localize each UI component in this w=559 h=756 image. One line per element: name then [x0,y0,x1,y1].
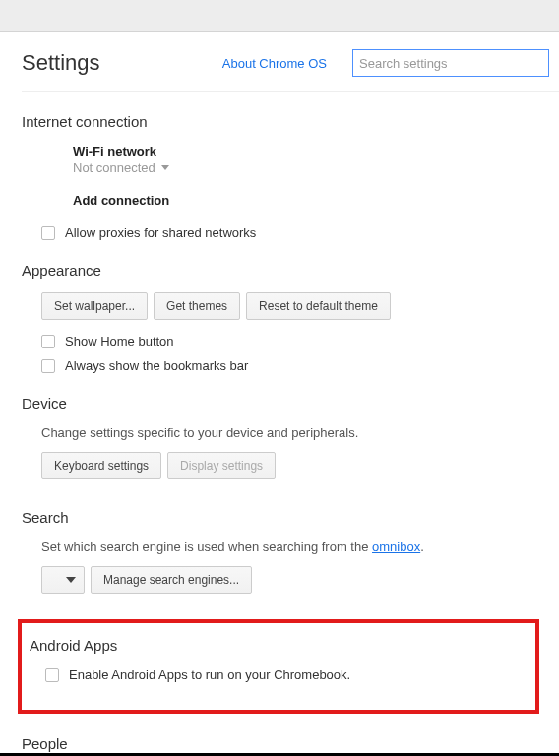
show-home-checkbox[interactable] [41,335,55,348]
section-title-appearance: Appearance [22,262,559,279]
allow-proxies-checkbox[interactable] [41,226,55,240]
always-bookmarks-row[interactable]: Always show the bookmarks bar [41,358,559,373]
set-wallpaper-button[interactable]: Set wallpaper... [41,292,148,320]
settings-page: Settings About Chrome OS Internet connec… [0,32,559,756]
section-title-people: People [22,735,559,752]
section-title-internet: Internet connection [22,113,559,130]
wifi-network-item[interactable]: Wi-Fi network Not connected [41,144,559,175]
show-home-label: Show Home button [65,334,174,348]
wifi-status: Not connected [73,160,155,175]
section-title-device: Device [22,395,559,411]
wifi-status-row: Not connected [73,160,559,175]
search-input[interactable] [352,49,549,77]
section-title-search: Search [22,509,559,526]
enable-android-row[interactable]: Enable Android Apps to run on your Chrom… [45,667,522,682]
always-bookmarks-label: Always show the bookmarks bar [65,358,248,373]
search-desc-prefix: Set which search engine is used when sea… [41,539,372,554]
section-internet: Internet connection Wi-Fi network Not co… [22,113,559,240]
search-engine-dropdown[interactable] [41,566,85,594]
add-connection-label: Add connection [73,193,559,208]
allow-proxies-row[interactable]: Allow proxies for shared networks [41,225,559,240]
section-title-android: Android Apps [30,637,522,654]
caret-down-icon [66,577,76,583]
about-chrome-os-link[interactable]: About Chrome OS [222,56,327,71]
always-bookmarks-checkbox[interactable] [41,359,55,373]
device-description: Change settings specific to your device … [41,425,559,440]
omnibox-link[interactable]: omnibox [372,539,420,554]
enable-android-label: Enable Android Apps to run on your Chrom… [69,667,350,682]
section-device: Device Change settings specific to your … [22,395,559,487]
section-appearance: Appearance Set wallpaper... Get themes R… [22,262,559,373]
enable-android-checkbox[interactable] [45,668,59,682]
page-title: Settings [22,50,100,76]
header: Settings About Chrome OS [22,32,559,92]
section-android-apps-highlight: Android Apps Enable Android Apps to run … [18,619,539,714]
reset-theme-button[interactable]: Reset to default theme [246,292,391,320]
section-search: Search Set which search engine is used w… [22,509,559,601]
window-titlebar [0,0,559,32]
allow-proxies-label: Allow proxies for shared networks [65,225,256,240]
wifi-label: Wi-Fi network [73,144,559,158]
chevron-down-icon [161,165,169,170]
keyboard-settings-button[interactable]: Keyboard settings [41,452,161,479]
display-settings-button: Display settings [167,452,276,479]
search-description: Set which search engine is used when sea… [41,539,559,554]
search-desc-suffix: . [420,539,424,554]
manage-search-engines-button[interactable]: Manage search engines... [91,566,252,594]
add-connection-item[interactable]: Add connection [41,193,559,208]
get-themes-button[interactable]: Get themes [154,292,240,320]
show-home-row[interactable]: Show Home button [41,334,559,348]
